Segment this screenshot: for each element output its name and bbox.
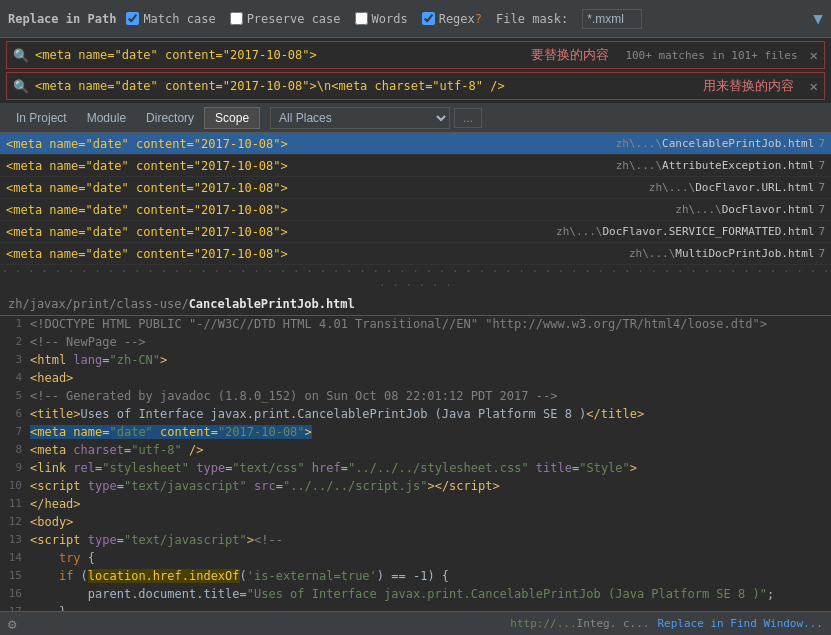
find-clear-button[interactable]: ✕ <box>804 47 824 63</box>
line-content: <link rel="stylesheet" type="text/css" h… <box>30 460 637 475</box>
result-path: zh\...\AttributeException.html <box>616 159 815 172</box>
code-line: 6 <title>Uses of Interface javax.print.C… <box>0 406 831 424</box>
file-mask-input[interactable] <box>582 9 642 29</box>
words-input[interactable] <box>355 12 368 25</box>
code-line: 13 <script type="text/javascript"><!-- <box>0 532 831 550</box>
code-line: 12 <body> <box>0 514 831 532</box>
code-line: 14 try { <box>0 550 831 568</box>
result-code: <meta name="date" content="2017-10-08"> <box>6 137 616 151</box>
code-line: 10 <script type="text/javascript" src=".… <box>0 478 831 496</box>
line-number: 1 <box>0 316 30 330</box>
line-number: 10 <box>0 478 30 492</box>
code-line: 4 <head> <box>0 370 831 388</box>
replace-clear-button[interactable]: ✕ <box>804 78 824 94</box>
regex-label: Regex? <box>439 12 482 26</box>
line-content: <script type="text/javascript" src="../.… <box>30 478 500 493</box>
result-code: <meta name="date" content="2017-10-08"> <box>6 159 616 173</box>
result-path: zh\...\DocFlavor.URL.html <box>649 181 815 194</box>
line-number: 7 <box>0 424 30 438</box>
find-search-bar: 🔍 要替换的内容 100+ matches in 101+ files ✕ <box>6 41 825 69</box>
code-line: 11 </head> <box>0 496 831 514</box>
line-number: 11 <box>0 496 30 510</box>
bottom-url: http://...Integ. c... <box>24 617 649 630</box>
file-mask-label: File mask: <box>496 12 568 26</box>
result-row[interactable]: <meta name="date" content="2017-10-08"> … <box>0 221 831 243</box>
result-row[interactable]: <meta name="date" content="2017-10-08"> … <box>0 155 831 177</box>
line-number: 14 <box>0 550 30 564</box>
results-list: <meta name="date" content="2017-10-08"> … <box>0 133 831 265</box>
divider: · · · · · · · · · · · · · · · · · · · · … <box>0 265 831 293</box>
code-line: 5 <!-- Generated by javadoc (1.8.0_152) … <box>0 388 831 406</box>
find-input[interactable] <box>35 48 521 62</box>
tab-scope[interactable]: Scope <box>204 107 260 129</box>
result-row[interactable]: <meta name="date" content="2017-10-08"> … <box>0 243 831 265</box>
result-code: <meta name="date" content="2017-10-08"> <box>6 181 649 195</box>
line-number: 8 <box>0 442 30 456</box>
result-row[interactable]: <meta name="date" content="2017-10-08"> … <box>0 199 831 221</box>
line-content: <!DOCTYPE HTML PUBLIC "-//W3C//DTD HTML … <box>30 316 767 331</box>
tab-module[interactable]: Module <box>77 108 136 128</box>
replace-hint: 用来替换的内容 <box>693 77 804 95</box>
result-count: 7 <box>818 247 825 260</box>
result-count: 7 <box>818 203 825 216</box>
scope-dots-button[interactable]: ... <box>454 108 482 128</box>
replace-in-find-window-button[interactable]: Replace in Find Window... <box>657 617 823 630</box>
bottom-bar: ⚙ http://...Integ. c... Replace in Find … <box>0 611 831 635</box>
words-label: Words <box>372 12 408 26</box>
words-checkbox[interactable]: Words <box>355 12 408 26</box>
result-code: <meta name="date" content="2017-10-08"> <box>6 247 629 261</box>
regex-checkbox[interactable]: Regex? <box>422 12 482 26</box>
find-hint: 要替换的内容 <box>521 46 619 64</box>
file-path: zh/javax/print/class-use/CancelablePrint… <box>8 297 355 311</box>
tab-in-project[interactable]: In Project <box>6 108 77 128</box>
match-case-input[interactable] <box>126 12 139 25</box>
preserve-case-label: Preserve case <box>247 12 341 26</box>
result-code: <meta name="date" content="2017-10-08"> <box>6 225 556 239</box>
regex-input[interactable] <box>422 12 435 25</box>
line-content: <meta charset="utf-8" /> <box>30 442 203 457</box>
line-number: 5 <box>0 388 30 402</box>
find-search-icon: 🔍 <box>7 48 35 63</box>
settings-icon[interactable]: ⚙ <box>8 616 16 632</box>
result-row[interactable]: <meta name="date" content="2017-10-08"> … <box>0 133 831 155</box>
code-line: 16 parent.document.title="Uses of Interf… <box>0 586 831 604</box>
result-code: <meta name="date" content="2017-10-08"> <box>6 203 675 217</box>
line-number: 2 <box>0 334 30 348</box>
code-line: 3 <html lang="zh-CN"> <box>0 352 831 370</box>
line-content: <body> <box>30 514 73 529</box>
line-number: 13 <box>0 532 30 546</box>
line-number: 9 <box>0 460 30 474</box>
match-case-label: Match case <box>143 12 215 26</box>
filter-icon[interactable]: ▼ <box>813 9 823 28</box>
line-number: 16 <box>0 586 30 600</box>
preserve-case-checkbox[interactable]: Preserve case <box>230 12 341 26</box>
code-line: 1 <!DOCTYPE HTML PUBLIC "-//W3C//DTD HTM… <box>0 316 831 334</box>
line-content: parent.document.title="Uses of Interface… <box>30 586 774 601</box>
match-case-checkbox[interactable]: Match case <box>126 12 215 26</box>
result-count: 7 <box>818 159 825 172</box>
line-content: <script type="text/javascript"><!-- <box>30 532 283 547</box>
file-breadcrumb: zh/javax/print/class-use/CancelablePrint… <box>0 293 831 316</box>
result-path: zh\...\CancelablePrintJob.html <box>616 137 815 150</box>
toolbar: Replace in Path Match case Preserve case… <box>0 0 831 38</box>
replace-search-icon: 🔍 <box>7 79 35 94</box>
line-number: 3 <box>0 352 30 366</box>
code-line: 9 <link rel="stylesheet" type="text/css"… <box>0 460 831 478</box>
scope-bar: In Project Module Directory Scope All Pl… <box>0 103 831 133</box>
replace-input[interactable] <box>35 79 693 93</box>
line-content: </head> <box>30 496 81 511</box>
tab-directory[interactable]: Directory <box>136 108 204 128</box>
match-count: 100+ matches in 101+ files <box>619 49 803 62</box>
result-row[interactable]: <meta name="date" content="2017-10-08"> … <box>0 177 831 199</box>
line-content: <!-- Generated by javadoc (1.8.0_152) on… <box>30 388 557 403</box>
preserve-case-input[interactable] <box>230 12 243 25</box>
line-number: 12 <box>0 514 30 528</box>
file-name: CancelablePrintJob.html <box>189 297 355 311</box>
code-line: 8 <meta charset="utf-8" /> <box>0 442 831 460</box>
result-path: zh\...\MultiDocPrintJob.html <box>629 247 814 260</box>
result-count: 7 <box>818 225 825 238</box>
scope-select[interactable]: All Places <box>270 107 450 129</box>
code-area: 1 <!DOCTYPE HTML PUBLIC "-//W3C//DTD HTM… <box>0 316 831 635</box>
line-number: 4 <box>0 370 30 384</box>
line-content: <!-- NewPage --> <box>30 334 146 349</box>
